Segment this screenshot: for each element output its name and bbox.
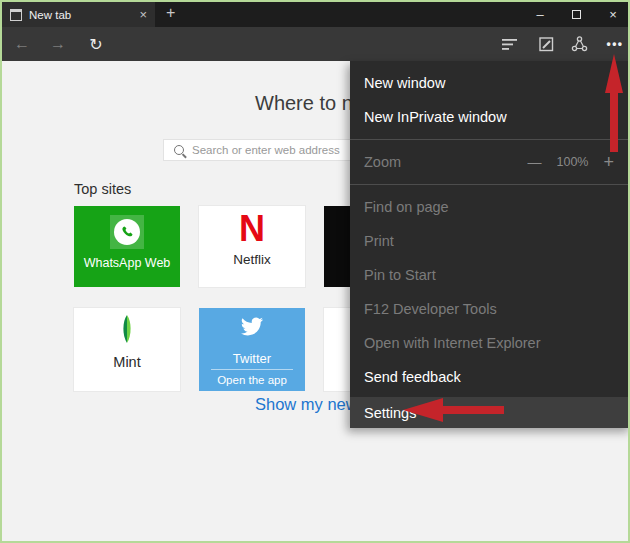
zoom-out-button[interactable]: — — [528, 154, 542, 170]
tile-divider — [211, 369, 293, 370]
top-site-tile-twitter[interactable]: Twitter Open the app — [199, 308, 305, 391]
menu-item-settings[interactable]: Settings — [350, 397, 630, 428]
close-button[interactable]: × — [608, 8, 618, 21]
tab-close-icon[interactable]: × — [139, 8, 147, 21]
title-bar: New tab × + – × — [2, 2, 628, 27]
menu-item-f12-developer-tools: F12 Developer Tools — [350, 292, 630, 326]
tile-label: Twitter — [199, 351, 305, 366]
menu-item-send-feedback[interactable]: Send feedback — [350, 360, 630, 394]
refresh-button[interactable]: ↻ — [84, 27, 108, 61]
menu-divider — [350, 184, 630, 185]
tile-label: Mint — [74, 354, 180, 370]
top-sites-label: Top sites — [74, 181, 131, 197]
tab-title: New tab — [29, 9, 132, 21]
whatsapp-icon — [110, 215, 144, 249]
zoom-label: Zoom — [364, 154, 401, 170]
window-controls: – × — [535, 2, 618, 27]
zoom-value: 100% — [557, 155, 589, 169]
menu-item-new-window[interactable]: New window — [350, 66, 630, 100]
top-site-tile-whatsapp[interactable]: WhatsApp Web — [74, 206, 180, 287]
forward-button[interactable]: → — [46, 27, 70, 61]
netflix-logo: N — [199, 208, 305, 250]
menu-item-pin-to-start: Pin to Start — [350, 258, 630, 292]
web-note-icon[interactable] — [534, 27, 558, 61]
tile-label: WhatsApp Web — [74, 256, 180, 270]
minimize-button[interactable]: – — [535, 8, 545, 21]
top-site-tile-netflix[interactable]: N Netflix — [199, 206, 305, 287]
new-tab-button[interactable]: + — [166, 4, 175, 22]
twitter-bird-icon — [240, 317, 264, 341]
mint-logo — [117, 315, 137, 347]
zoom-in-button[interactable]: + — [603, 152, 614, 173]
edge-browser-window: New tab × + – × ← → ↻ — [0, 0, 630, 543]
hub-icon[interactable] — [498, 27, 522, 61]
search-icon — [174, 145, 184, 155]
open-the-app-label[interactable]: Open the app — [199, 374, 305, 386]
top-site-tile-mint[interactable]: Mint — [74, 308, 180, 391]
menu-item-print: Print — [350, 224, 630, 258]
menu-item-find-on-page: Find on page — [350, 190, 630, 224]
navigation-bar: ← → ↻ ••• — [2, 27, 628, 61]
page-favicon-icon — [10, 9, 22, 21]
tab-new-tab[interactable]: New tab × — [2, 2, 155, 27]
more-actions-button[interactable]: ••• — [602, 27, 628, 61]
menu-item-open-with-internet-explorer: Open with Internet Explorer — [350, 326, 630, 360]
menu-item-new-inprivate-window[interactable]: New InPrivate window — [350, 100, 630, 134]
tile-label: Netflix — [199, 252, 305, 267]
maximize-button[interactable] — [572, 10, 581, 19]
menu-divider — [350, 139, 630, 140]
menu-item-zoom: Zoom — 100% + — [350, 145, 630, 179]
share-icon[interactable] — [567, 27, 591, 61]
more-menu: New window New InPrivate window Zoom — 1… — [350, 61, 630, 428]
back-button[interactable]: ← — [10, 27, 34, 61]
